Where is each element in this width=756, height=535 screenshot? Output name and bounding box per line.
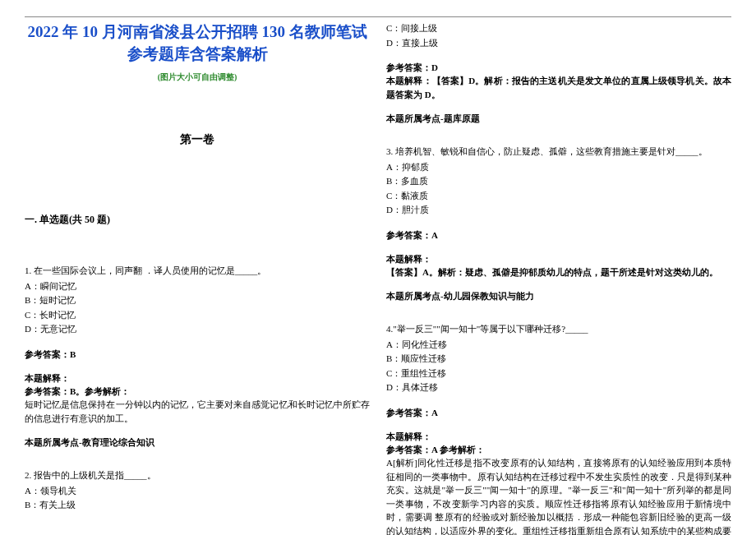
q3-stem: 3. 培养机智、敏锐和自信心，防止疑虑、孤僻，这些教育措施主要是针对_____。 [386,145,731,159]
column-right: C：间接上级 D：直接上级 参考答案：D 本题解释：【答案】D。解析：报告的主送… [386,21,731,535]
q2-answer: 参考答案：D [386,62,731,74]
q4-exp-label: 本题解释： [386,431,731,443]
q3-answer: 参考答案：A [386,229,731,242]
q2-option-b: B：有关上级 [25,498,370,512]
q4-answer: 参考答案：A [386,407,731,419]
q2-option-d: D：直接上级 [386,36,731,50]
q4-stem: 4."举一反三""闻一知十"等属于以下哪种迁移?_____ [386,322,731,336]
q4-exp-line1: 参考答案：A 参考解析： [386,443,731,457]
scroll-heading: 第一卷 [25,132,370,147]
q3-option-b: B：多血质 [386,174,731,188]
document-subtitle: (图片大小可自由调整) [25,71,370,83]
q4-option-a: A：同化性迁移 [386,338,731,352]
document-title: 2022 年 10 月河南省浚县公开招聘 130 名教师笔试参考题库含答案解析 [25,21,370,65]
q1-answer: 参考答案：B [25,348,370,361]
q3-exp-body: 【答案】A。解析：疑虑、孤僻是抑郁质幼儿的特点，题干所述是针对这类幼儿的。 [386,265,731,279]
q1-option-a: A：瞬间记忆 [25,279,370,293]
q3-exp-label: 本题解释： [386,253,731,265]
q3-option-d: D：胆汁质 [386,203,731,217]
q4-option-d: D：具体迁移 [386,380,731,394]
q2-stem: 2. 报告中的上级机关是指_____。 [25,468,370,482]
section-heading: 一. 单选题(共 50 题) [25,213,370,227]
q4-option-c: C：重组性迁移 [386,367,731,380]
q1-exp-line1: 参考答案：B。参考解析： [25,385,370,399]
q2-exp-body: 本题解释：【答案】D。解析：报告的主送机关是发文单位的直属上级领导机关。故本题答… [386,74,731,101]
q3-option-c: C：黏液质 [386,189,731,203]
q2-option-a: A：领导机关 [25,484,370,498]
divider-top [25,16,731,17]
q1-option-d: D：无意记忆 [25,322,370,336]
q1-exp-label: 本题解释： [25,372,370,385]
q1-option-c: C：长时记忆 [25,308,370,322]
q1-point: 本题所属考点-教育理论综合知识 [25,436,370,449]
q3-option-a: A：抑郁质 [386,160,731,174]
q4-exp-body: A[解析]同化性迁移是指不改变原有的认知结构，直接将原有的认知经验应用到本质特征… [386,456,731,535]
q1-exp-body: 短时记忆是信息保持在一分钟以内的记忆，它主要对来自感觉记忆和长时记忆中所贮存的信… [25,398,370,425]
q2-option-c: C：间接上级 [386,21,731,35]
q4-option-b: B：顺应性迁移 [386,352,731,366]
q1-option-b: B：短时记忆 [25,293,370,307]
column-left: 2022 年 10 月河南省浚县公开招聘 130 名教师笔试参考题库含答案解析 … [25,21,370,535]
q1-stem: 1. 在一些国际会议上，同声翻 ．译人员使用的记忆是_____。 [25,264,370,278]
q3-point: 本题所属考点-幼儿园保教知识与能力 [386,290,731,302]
q2-point: 本题所属考点-题库原题 [386,113,731,125]
two-column-layout: 2022 年 10 月河南省浚县公开招聘 130 名教师笔试参考题库含答案解析 … [0,21,756,535]
